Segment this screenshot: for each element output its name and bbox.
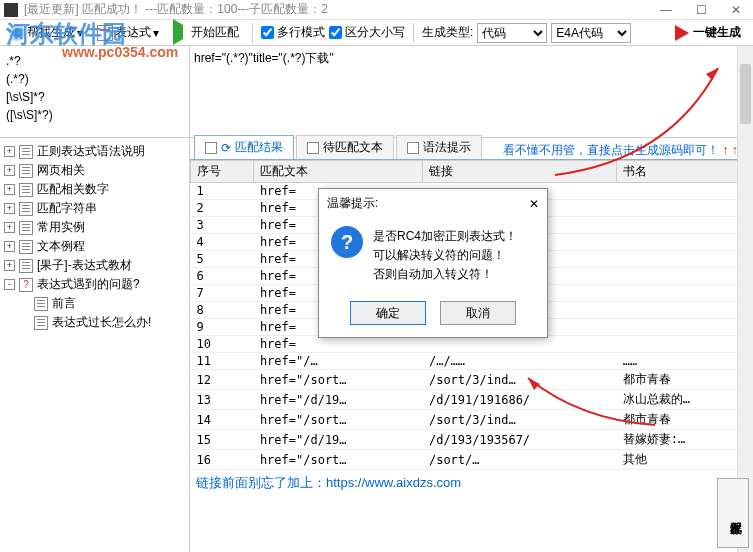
info-icon: ?	[331, 226, 363, 258]
column-header[interactable]: 书名	[617, 161, 753, 183]
window-buttons: — ☐ ✕	[652, 3, 749, 17]
doc-icon	[19, 221, 33, 235]
close-button[interactable]: ✕	[723, 3, 749, 17]
tree-item[interactable]: 表达式过长怎么办!	[4, 313, 185, 332]
save-config-button[interactable]: 保存本次配置	[717, 478, 749, 548]
doc-icon	[34, 316, 48, 330]
confirm-dialog: 温馨提示: ✕ ? 是否RC4加密正则表达式！ 可以解决转义符的问题！ 否则自动…	[318, 188, 548, 338]
table-row[interactable]: 15href="/d/19…/d/193/193567/替嫁娇妻:…	[191, 430, 753, 450]
pattern-snippet[interactable]: ([\s\S]*?)	[6, 108, 183, 122]
tree-item[interactable]: +网页相关	[4, 161, 185, 180]
result-tabs: ⟳ 匹配结果待匹配文本语法提示 看不懂不用管，直接点击生成源码即可！ ↑ ↑ ↑	[190, 138, 753, 160]
tree-item[interactable]: +[果子]-表达式教材	[4, 256, 185, 275]
pattern-snippet[interactable]: .*?	[6, 54, 183, 68]
multiline-checkbox[interactable]: 多行模式	[261, 24, 325, 41]
toolbar: 帮找生成▾ 表达式▾ 开始匹配 多行模式 区分大小写 生成类型: 代码 E4A代…	[0, 20, 753, 46]
expression-icon	[97, 25, 113, 41]
expand-icon[interactable]: +	[4, 146, 15, 157]
pattern-snippet[interactable]: [\s\S]*?	[6, 90, 183, 104]
table-row[interactable]: 16href="/sort…/sort/…其他	[191, 450, 753, 470]
tab-匹配结果[interactable]: ⟳ 匹配结果	[194, 135, 294, 159]
pattern-snippets: .*?(.*?)[\s\S]*?([\s\S]*?)	[0, 46, 189, 138]
gear-icon	[9, 25, 25, 41]
help-gen-button[interactable]: 帮找生成▾	[4, 21, 88, 44]
start-match-button[interactable]: 开始匹配	[168, 21, 244, 44]
expand-icon[interactable]: +	[4, 260, 15, 271]
tab-icon	[407, 142, 419, 154]
tree-item[interactable]: -?表达式遇到的问题?	[4, 275, 185, 294]
dialog-close-button[interactable]: ✕	[529, 197, 539, 211]
window-titlebar: [最近更新] 匹配成功！ ---匹配数量：100---子匹配数量：2 — ☐ ✕	[0, 0, 753, 20]
expand-icon[interactable]: +	[4, 203, 15, 214]
tree-item[interactable]: +匹配相关数字	[4, 180, 185, 199]
tab-icon	[307, 142, 319, 154]
doc-icon	[19, 259, 33, 273]
tree-item[interactable]: +正则表达式语法说明	[4, 142, 185, 161]
gentype-label: 生成类型:	[422, 24, 473, 41]
expression-button[interactable]: 表达式▾	[92, 21, 164, 44]
gentype-select[interactable]: 代码	[477, 23, 547, 43]
tree-item[interactable]: +匹配字符串	[4, 199, 185, 218]
generate-button[interactable]: 一键生成	[667, 24, 749, 41]
table-row[interactable]: 10href=	[191, 336, 753, 353]
table-row[interactable]: 12href="/sort…/sort/3/ind…都市青春	[191, 370, 753, 390]
help-tree: +正则表达式语法说明+网页相关+匹配相关数字+匹配字符串+常用实例+文本例程+[…	[0, 138, 189, 552]
doc-icon	[19, 202, 33, 216]
dialog-message: 是否RC4加密正则表达式！ 可以解决转义符的问题！ 否则自动加入转义符！	[373, 226, 517, 285]
expand-icon[interactable]: -	[4, 279, 15, 290]
table-row[interactable]: 11href="/…/…/…………	[191, 353, 753, 370]
tree-item[interactable]: +文本例程	[4, 237, 185, 256]
dialog-cancel-button[interactable]: 取消	[440, 301, 516, 325]
pattern-snippet[interactable]: (.*?)	[6, 72, 183, 86]
tree-item[interactable]: 前言	[4, 294, 185, 313]
case-checkbox[interactable]: 区分大小写	[329, 24, 405, 41]
window-title: [最近更新] 匹配成功！ ---匹配数量：100---子匹配数量：2	[24, 1, 328, 18]
play-red-icon	[675, 25, 689, 41]
minimize-button[interactable]: —	[652, 3, 680, 17]
dialog-ok-button[interactable]: 确定	[350, 301, 426, 325]
left-panel: .*?(.*?)[\s\S]*?([\s\S]*?) +正则表达式语法说明+网页…	[0, 46, 190, 552]
doc-icon	[19, 164, 33, 178]
regex-editor[interactable]: href="(.*?)"title="(.*?)下载"	[190, 46, 753, 138]
maximize-button[interactable]: ☐	[688, 3, 715, 17]
tab-待匹配文本[interactable]: 待匹配文本	[296, 135, 394, 159]
hint-text: 看不懂不用管，直接点击生成源码即可！ ↑ ↑ ↑	[503, 142, 747, 159]
table-row[interactable]: 13href="/d/19…/d/191/191686/冰山总裁的…	[191, 390, 753, 410]
expand-icon[interactable]: +	[4, 241, 15, 252]
play-icon	[173, 19, 183, 45]
expand-icon[interactable]: +	[4, 222, 15, 233]
dialog-title: 温馨提示:	[327, 195, 378, 212]
format-select[interactable]: E4A代码	[551, 23, 631, 43]
expand-icon[interactable]: +	[4, 165, 15, 176]
table-header-row: 序号匹配文本链接书名	[191, 161, 753, 183]
tab-语法提示[interactable]: 语法提示	[396, 135, 482, 159]
column-header[interactable]: 匹配文本	[254, 161, 423, 183]
tree-item[interactable]: +常用实例	[4, 218, 185, 237]
tab-icon	[205, 142, 217, 154]
footer-hint: 链接前面别忘了加上：https://www.aixdzs.com	[190, 470, 753, 496]
separator	[252, 23, 253, 43]
table-row[interactable]: 14href="/sort…/sort/3/ind…都市青春	[191, 410, 753, 430]
doc-icon	[19, 145, 33, 159]
app-icon	[4, 3, 18, 17]
column-header[interactable]: 序号	[191, 161, 254, 183]
doc-icon	[34, 297, 48, 311]
separator	[413, 23, 414, 43]
column-header[interactable]: 链接	[423, 161, 617, 183]
doc-icon	[19, 240, 33, 254]
expand-icon[interactable]: +	[4, 184, 15, 195]
doc-icon	[19, 183, 33, 197]
question-icon: ?	[19, 278, 33, 292]
